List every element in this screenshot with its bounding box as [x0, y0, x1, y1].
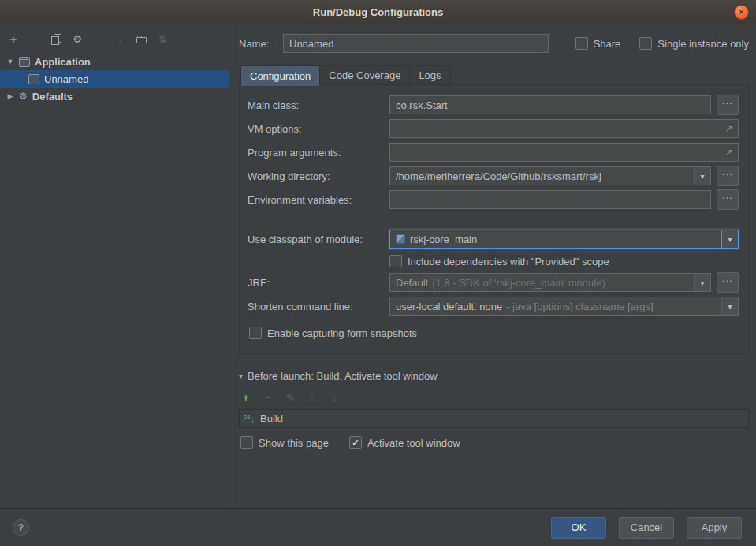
- classpath-module-dropdown-button[interactable]: ▾: [721, 230, 738, 248]
- share-label: Share: [594, 38, 621, 50]
- arrow-up-icon: ↑: [310, 392, 315, 402]
- expand-editor-icon[interactable]: ↗: [721, 123, 738, 134]
- capture-snapshots-label: Enable capturing form snapshots: [267, 327, 417, 339]
- include-provided-checkbox[interactable]: Include dependencies with "Provided" sco…: [389, 255, 609, 267]
- sort-icon: ⇅: [158, 34, 167, 44]
- environment-variables-browse-button[interactable]: ...: [717, 189, 739, 210]
- task-item-build[interactable]: 01 ↓ Build: [240, 410, 748, 427]
- folder-icon: [136, 34, 147, 44]
- apply-label: Apply: [702, 522, 728, 533]
- create-folder-button[interactable]: [136, 33, 147, 44]
- main-class-label: Main class:: [248, 99, 389, 111]
- build-icon: 01 ↓: [244, 413, 255, 424]
- tree-item-unnamed[interactable]: Unnamed: [0, 70, 229, 88]
- tab-code-coverage[interactable]: Code Coverage: [319, 65, 410, 85]
- expand-collapsed-icon[interactable]: ▶: [6, 92, 14, 100]
- add-icon: +: [243, 391, 250, 403]
- classpath-module-label: Use classpath of module:: [248, 234, 389, 245]
- name-input[interactable]: Unnamed: [283, 34, 549, 53]
- name-row: Name: Unnamed Share Single instance only: [239, 34, 749, 53]
- shorten-command-line-row: Shorten command line: user-local default…: [248, 297, 739, 316]
- arrow-up-icon: ↑: [96, 34, 102, 44]
- remove-configuration-button[interactable]: −: [29, 33, 40, 44]
- activate-tool-window-checkbox[interactable]: ✔ Activate tool window: [349, 436, 460, 449]
- show-this-page-label: Show this page: [259, 437, 329, 449]
- main-class-input[interactable]: co.rsk.Start: [389, 95, 711, 114]
- main-class-browse-button[interactable]: ...: [717, 95, 739, 115]
- share-checkbox[interactable]: Share: [575, 37, 621, 50]
- environment-variables-input[interactable]: [389, 190, 711, 209]
- working-directory-browse-button[interactable]: ...: [717, 166, 739, 186]
- tab-logs[interactable]: Logs: [409, 65, 450, 85]
- working-directory-row: Working directory: /home/meriherrera/Cod…: [248, 166, 739, 185]
- task-down-button[interactable]: ↓: [329, 391, 340, 402]
- shorten-command-line-select[interactable]: user-local default: none - java [options…: [389, 297, 739, 316]
- before-launch-options: Show this page ✔ Activate tool window: [240, 436, 749, 449]
- apply-button[interactable]: Apply: [687, 517, 742, 539]
- tree-item-label: Defaults: [32, 91, 73, 103]
- main-class-value: co.rsk.Start: [396, 99, 448, 111]
- vm-options-input[interactable]: ↗: [389, 119, 739, 138]
- help-button[interactable]: ?: [13, 519, 29, 536]
- include-provided-row: Include dependencies with "Provided" sco…: [389, 253, 739, 269]
- program-arguments-label: Program arguments:: [248, 147, 389, 159]
- show-this-page-checkbox[interactable]: Show this page: [240, 436, 329, 449]
- shorten-command-line-value: user-local default: none: [396, 301, 502, 312]
- add-task-button[interactable]: +: [240, 391, 251, 402]
- chevron-down-icon: ▾: [728, 235, 732, 244]
- jre-label: JRE:: [248, 277, 389, 289]
- close-button[interactable]: ×: [734, 5, 749, 20]
- jre-dropdown-button[interactable]: ▾: [694, 274, 710, 291]
- chevron-down-icon: ▾: [700, 172, 704, 181]
- checkbox-icon: [639, 37, 652, 50]
- cancel-button[interactable]: Cancel: [619, 517, 674, 539]
- before-launch-title: Before launch: Build, Activate tool wind…: [248, 370, 438, 382]
- working-directory-input[interactable]: /home/meriherrera/Code/Github/rsksmart/r…: [389, 166, 711, 185]
- working-directory-dropdown-button[interactable]: ▾: [694, 167, 710, 185]
- jre-row: JRE: Default (1.8 - SDK of 'rskj-core_ma…: [248, 273, 739, 292]
- remove-task-button[interactable]: −: [263, 391, 274, 402]
- collapse-icon[interactable]: ▾: [239, 372, 243, 380]
- program-arguments-input[interactable]: ↗: [389, 143, 739, 162]
- tree-item-defaults[interactable]: ▶ ⚙ Defaults: [0, 88, 229, 105]
- working-directory-label: Working directory:: [248, 170, 389, 182]
- move-up-button[interactable]: ↑: [93, 33, 104, 44]
- expand-editor-icon[interactable]: ↗: [721, 147, 738, 158]
- checkbox-icon: [389, 255, 402, 267]
- capture-snapshots-checkbox[interactable]: Enable capturing form snapshots: [249, 327, 417, 339]
- tree-item-label: Application: [35, 56, 91, 68]
- tree-item-application[interactable]: ▼ Application: [0, 53, 229, 70]
- copy-configuration-button[interactable]: [50, 33, 61, 44]
- task-up-button[interactable]: ↑: [307, 391, 318, 402]
- tab-label: Configuration: [250, 70, 311, 82]
- classpath-module-select[interactable]: rskj-core_main ▾: [389, 230, 739, 249]
- single-instance-checkbox[interactable]: Single instance only: [639, 37, 749, 50]
- copy-icon: [51, 34, 61, 44]
- close-icon: ×: [739, 8, 743, 17]
- add-configuration-button[interactable]: +: [8, 33, 19, 44]
- before-launch-header[interactable]: ▾ Before launch: Build, Activate tool wi…: [239, 370, 749, 382]
- include-provided-label: Include dependencies with "Provided" sco…: [408, 256, 609, 267]
- activate-tool-window-label: Activate tool window: [367, 437, 460, 449]
- tab-configuration[interactable]: Configuration: [240, 65, 320, 86]
- ok-button[interactable]: OK: [551, 517, 606, 539]
- edit-templates-button[interactable]: ⚙: [72, 33, 83, 44]
- capture-snapshots-row: Enable capturing form snapshots: [249, 325, 739, 341]
- move-down-button[interactable]: ↓: [114, 33, 125, 44]
- checkbox-icon: [575, 37, 588, 50]
- before-launch-toolbar: + − ✎ ↑ ↓: [240, 391, 749, 402]
- shorten-command-line-label: Shorten command line:: [248, 301, 389, 312]
- sort-configurations-button[interactable]: ⇅: [157, 33, 168, 44]
- cancel-label: Cancel: [631, 522, 662, 533]
- jre-select[interactable]: Default (1.8 - SDK of 'rskj-core_main' m…: [389, 273, 711, 292]
- main-class-row: Main class: co.rsk.Start ...: [248, 95, 739, 114]
- environment-variables-row: Environment variables: ...: [248, 190, 739, 209]
- configurations-tree: ▼ Application Unnamed ▶ ⚙ Defaults: [0, 53, 229, 105]
- expand-open-icon[interactable]: ▼: [6, 58, 14, 65]
- edit-task-button[interactable]: ✎: [285, 391, 296, 402]
- shorten-command-line-dropdown-button[interactable]: ▾: [721, 297, 738, 315]
- jre-browse-button[interactable]: ...: [717, 272, 739, 293]
- defaults-icon: ⚙: [19, 92, 28, 101]
- question-icon: ?: [18, 522, 24, 533]
- classpath-module-value: rskj-core_main: [410, 234, 477, 245]
